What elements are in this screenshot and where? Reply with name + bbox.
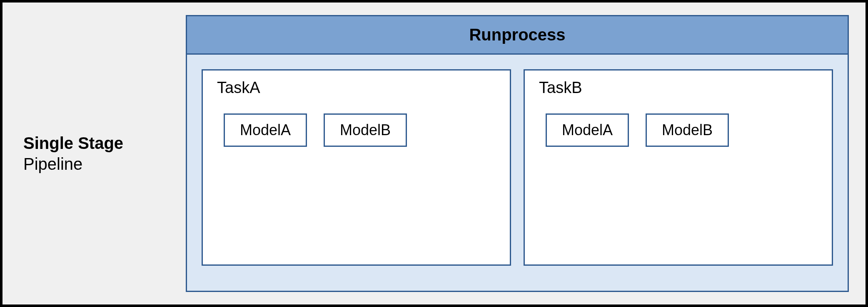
model-box: ModelB xyxy=(324,113,407,147)
task-label: TaskA xyxy=(217,79,497,97)
model-box: ModelB xyxy=(646,113,729,147)
runprocess-body: TaskA ModelA ModelB TaskB ModelA ModelB xyxy=(187,55,848,291)
stage-label-title: Single Stage xyxy=(23,133,177,154)
models-row: ModelA ModelB xyxy=(537,113,819,147)
task-label: TaskB xyxy=(539,79,819,97)
diagram-frame: Single Stage Pipeline Runprocess TaskA M… xyxy=(0,0,868,307)
task-box-a: TaskA ModelA ModelB xyxy=(202,69,511,266)
stage-label: Single Stage Pipeline xyxy=(19,133,177,174)
runprocess-title: Runprocess xyxy=(187,16,848,55)
stage-label-subtitle: Pipeline xyxy=(23,154,177,174)
model-box: ModelA xyxy=(546,113,629,147)
models-row: ModelA ModelB xyxy=(215,113,497,147)
task-box-b: TaskB ModelA ModelB xyxy=(524,69,833,266)
runprocess-container: Runprocess TaskA ModelA ModelB TaskB Mod… xyxy=(186,15,849,292)
model-box: ModelA xyxy=(224,113,307,147)
